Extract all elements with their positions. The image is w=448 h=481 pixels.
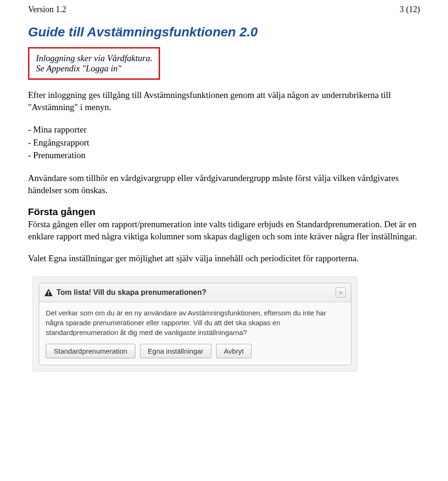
- list-item: - Prenumeration: [28, 149, 420, 162]
- standard-prenumeration-button[interactable]: Standardprenumeration: [46, 344, 135, 358]
- intro-paragraph: Efter inloggning ges tillgång till Avstä…: [28, 89, 420, 113]
- dialog-body-text: Det verkar som om du är en ny användare …: [39, 302, 351, 339]
- list-item: - Engångsrapport: [28, 136, 420, 149]
- dialog-screenshot: Tom lista! Vill du skapa prenumerationen…: [33, 277, 357, 371]
- login-note-line2: Se Appendix "Logga in": [36, 63, 152, 74]
- users-note: Användare som tillhör en vårdgivargrupp …: [28, 172, 420, 196]
- login-note-box: Inloggning sker via Vårdfaktura. Se Appe…: [28, 47, 160, 80]
- page-title: Guide till Avstämningsfunktionen 2.0: [28, 25, 420, 40]
- warning-icon: [44, 289, 53, 296]
- svg-rect-0: [48, 291, 49, 293]
- first-time-heading: Första gången: [28, 206, 420, 217]
- dialog-footer: Standardprenumeration Egna inställningar…: [39, 339, 351, 365]
- list-item: - Mina rapporter: [28, 123, 420, 136]
- modal-dialog: Tom lista! Vill du skapa prenumerationen…: [39, 283, 351, 365]
- dialog-title: Tom lista! Vill du skapa prenumerationen…: [56, 288, 206, 297]
- login-note-line1: Inloggning sker via Vårdfaktura.: [36, 53, 152, 63]
- first-time-p2: Valet Egna inställningar ger möjlighet a…: [28, 252, 420, 265]
- feature-list: - Mina rapporter - Engångsrapport - Pren…: [28, 123, 420, 162]
- svg-rect-1: [48, 294, 49, 295]
- dialog-close-button[interactable]: ×: [336, 287, 346, 298]
- avbryt-button[interactable]: Avbryt: [216, 344, 252, 358]
- close-icon: ×: [339, 289, 343, 296]
- first-time-p1: Första gången eller om rapport/prenumera…: [28, 218, 420, 242]
- page-indicator: 3 (12): [400, 5, 420, 14]
- egna-installningar-button[interactable]: Egna inställningar: [140, 344, 211, 358]
- dialog-header: Tom lista! Vill du skapa prenumerationen…: [39, 283, 351, 302]
- version-label: Version 1.2: [28, 5, 66, 14]
